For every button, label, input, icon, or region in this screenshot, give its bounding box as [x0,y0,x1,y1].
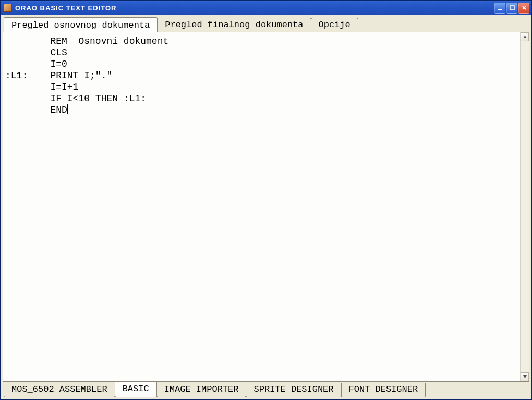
tab-label: SPRITE DESIGNER [253,384,333,394]
chevron-down-icon [523,374,527,379]
vertical-scrollbar[interactable] [520,32,529,381]
tab-label: Opcije [319,20,350,30]
tab-label: IMAGE IMPORTER [164,384,239,394]
tab-label: Pregled osnovnog dokumenta [11,20,150,30]
close-button[interactable] [518,3,529,14]
tab-label: Pregled finalnog dokumenta [165,20,303,30]
svg-rect-0 [498,9,502,10]
app-icon [4,4,12,12]
top-tab-strip: Pregled osnovnog dokumenta Pregled final… [3,17,529,32]
maximize-button[interactable] [506,3,517,14]
tab-image-importer[interactable]: IMAGE IMPORTER [156,383,247,397]
maximize-icon [510,5,515,10]
minimize-icon [498,5,503,10]
tab-sprite-designer[interactable]: SPRITE DESIGNER [246,383,341,397]
text-caret [67,104,68,114]
tab-opcije[interactable]: Opcije [311,18,358,32]
tab-label: FONT DESIGNER [349,384,418,394]
code-editor[interactable]: REM Osnovni dokument CLS I=0 :L1: PRINT … [3,32,520,381]
app-window: ORAO BASIC TEXT EDITOR Pregled osnovnog … [0,0,532,400]
client-area: Pregled osnovnog dokumenta Pregled final… [1,15,531,399]
close-icon [522,5,527,10]
minimize-button[interactable] [494,3,505,14]
editor-pane: REM Osnovni dokument CLS I=0 :L1: PRINT … [3,32,529,382]
tab-pregled-osnovnog[interactable]: Pregled osnovnog dokumenta [4,17,158,32]
window-title: ORAO BASIC TEXT EDITOR [15,4,116,12]
tab-label: MOS_6502 ASSEMBLER [11,384,107,394]
bottom-tab-strip: MOS_6502 ASSEMBLER BASIC IMAGE IMPORTER … [3,383,529,397]
tab-font-designer[interactable]: FONT DESIGNER [341,383,426,397]
tab-label: BASIC [123,384,149,394]
chevron-up-icon [523,34,527,39]
scroll-down-button[interactable] [521,372,529,381]
tab-pregled-finalnog[interactable]: Pregled finalnog dokumenta [157,18,311,32]
scroll-up-button[interactable] [521,32,529,41]
title-bar: ORAO BASIC TEXT EDITOR [1,1,531,15]
tab-basic[interactable]: BASIC [115,382,157,397]
scroll-track[interactable] [521,41,529,372]
tab-mos-6502-assembler[interactable]: MOS_6502 ASSEMBLER [4,383,115,397]
svg-rect-1 [510,6,514,10]
